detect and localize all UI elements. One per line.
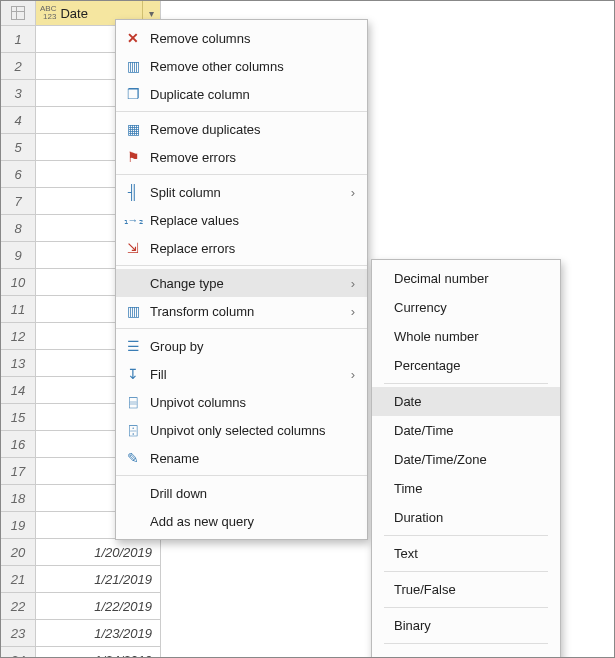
menu-fill[interactable]: Fill› bbox=[116, 360, 367, 388]
submenu-date[interactable]: Date bbox=[372, 387, 560, 416]
chevron-right-icon: › bbox=[351, 304, 355, 319]
row-number-cell[interactable]: 6 bbox=[1, 161, 36, 188]
transform-column-icon bbox=[122, 301, 144, 321]
blank-icon bbox=[122, 273, 144, 293]
row-number-cell[interactable]: 14 bbox=[1, 377, 36, 404]
row-number-cell[interactable]: 21 bbox=[1, 566, 36, 593]
row-number-cell[interactable]: 9 bbox=[1, 242, 36, 269]
row-number-cell[interactable]: 8 bbox=[1, 215, 36, 242]
date-cell[interactable]: 1/21/2019 bbox=[36, 566, 161, 593]
chevron-right-icon: › bbox=[351, 276, 355, 291]
menu-replace-errors[interactable]: Replace errors bbox=[116, 234, 367, 262]
datatype-any-icon: ABC 123 bbox=[40, 5, 56, 21]
menu-unpivot-columns[interactable]: Unpivot columns bbox=[116, 388, 367, 416]
row-number-cell[interactable]: 5 bbox=[1, 134, 36, 161]
row-number-cell[interactable]: 2 bbox=[1, 53, 36, 80]
menu-separator bbox=[384, 535, 548, 536]
menu-add-as-new-query[interactable]: Add as new query bbox=[116, 507, 367, 535]
column-context-menu: Remove columns Remove other columns Dupl… bbox=[115, 19, 368, 540]
menu-remove-columns[interactable]: Remove columns bbox=[116, 24, 367, 52]
row-number-cell[interactable]: 12 bbox=[1, 323, 36, 350]
menu-change-type[interactable]: Change type› bbox=[116, 269, 367, 297]
row-number-cell[interactable]: 24 bbox=[1, 647, 36, 658]
row-number-cell[interactable]: 18 bbox=[1, 485, 36, 512]
menu-separator bbox=[384, 571, 548, 572]
row-number-cell[interactable]: 10 bbox=[1, 269, 36, 296]
row-number-cell[interactable]: 11 bbox=[1, 296, 36, 323]
group-by-icon bbox=[122, 336, 144, 356]
remove-errors-icon bbox=[122, 147, 144, 167]
menu-drill-down[interactable]: Drill down bbox=[116, 479, 367, 507]
submenu-percentage[interactable]: Percentage bbox=[372, 351, 560, 380]
menu-transform-column[interactable]: Transform column› bbox=[116, 297, 367, 325]
submenu-true-false[interactable]: True/False bbox=[372, 575, 560, 604]
menu-remove-other-columns[interactable]: Remove other columns bbox=[116, 52, 367, 80]
fill-icon bbox=[122, 364, 144, 384]
menu-separator bbox=[116, 265, 367, 266]
row-number-cell[interactable]: 15 bbox=[1, 404, 36, 431]
remove-columns-icon bbox=[122, 28, 144, 48]
submenu-text[interactable]: Text bbox=[372, 539, 560, 568]
menu-replace-values[interactable]: Replace values bbox=[116, 206, 367, 234]
menu-separator bbox=[116, 174, 367, 175]
submenu-decimal-number[interactable]: Decimal number bbox=[372, 264, 560, 293]
row-number-cell[interactable]: 13 bbox=[1, 350, 36, 377]
row-number-cell[interactable]: 22 bbox=[1, 593, 36, 620]
menu-group-by[interactable]: Group by bbox=[116, 332, 367, 360]
menu-split-column[interactable]: Split column› bbox=[116, 178, 367, 206]
replace-values-icon bbox=[122, 210, 144, 230]
submenu-date-time[interactable]: Date/Time bbox=[372, 416, 560, 445]
menu-separator bbox=[116, 111, 367, 112]
date-cell[interactable]: 1/22/2019 bbox=[36, 593, 161, 620]
chevron-right-icon: › bbox=[351, 367, 355, 382]
menu-separator bbox=[116, 475, 367, 476]
row-number-cell[interactable]: 1 bbox=[1, 26, 36, 53]
menu-separator bbox=[384, 643, 548, 644]
blank-icon bbox=[122, 483, 144, 503]
menu-remove-duplicates[interactable]: Remove duplicates bbox=[116, 115, 367, 143]
split-column-icon bbox=[122, 182, 144, 202]
date-cell[interactable]: 1/23/2019 bbox=[36, 620, 161, 647]
table-icon bbox=[11, 6, 25, 20]
row-number-cell[interactable]: 19 bbox=[1, 512, 36, 539]
submenu-whole-number[interactable]: Whole number bbox=[372, 322, 560, 351]
row-number-cell[interactable]: 4 bbox=[1, 107, 36, 134]
row-number-cell[interactable]: 20 bbox=[1, 539, 36, 566]
replace-errors-icon bbox=[122, 238, 144, 258]
menu-unpivot-only-selected[interactable]: Unpivot only selected columns bbox=[116, 416, 367, 444]
date-cell[interactable]: 1/20/2019 bbox=[36, 539, 161, 566]
menu-remove-errors[interactable]: Remove errors bbox=[116, 143, 367, 171]
submenu-using-locale[interactable]: Using locale… bbox=[372, 647, 560, 658]
unpivot-columns-icon bbox=[122, 392, 144, 412]
remove-duplicates-icon bbox=[122, 119, 144, 139]
row-number-cell[interactable]: 3 bbox=[1, 80, 36, 107]
row-number-cell[interactable]: 17 bbox=[1, 458, 36, 485]
unpivot-selected-icon bbox=[122, 420, 144, 440]
row-number-cell[interactable]: 23 bbox=[1, 620, 36, 647]
date-cell[interactable]: 1/24/2019 bbox=[36, 647, 161, 658]
row-number-cell[interactable]: 16 bbox=[1, 431, 36, 458]
blank-icon bbox=[122, 511, 144, 531]
column-header-label: Date bbox=[60, 1, 87, 26]
menu-rename[interactable]: Rename bbox=[116, 444, 367, 472]
select-all-cell[interactable] bbox=[1, 1, 36, 26]
submenu-binary[interactable]: Binary bbox=[372, 611, 560, 640]
menu-separator bbox=[384, 383, 548, 384]
submenu-duration[interactable]: Duration bbox=[372, 503, 560, 532]
row-number-cell[interactable]: 7 bbox=[1, 188, 36, 215]
submenu-date-time-zone[interactable]: Date/Time/Zone bbox=[372, 445, 560, 474]
chevron-right-icon: › bbox=[351, 185, 355, 200]
menu-duplicate-column[interactable]: Duplicate column bbox=[116, 80, 367, 108]
rename-icon bbox=[122, 448, 144, 468]
duplicate-column-icon bbox=[122, 84, 144, 104]
menu-separator bbox=[116, 328, 367, 329]
remove-other-columns-icon bbox=[122, 56, 144, 76]
submenu-time[interactable]: Time bbox=[372, 474, 560, 503]
menu-separator bbox=[384, 607, 548, 608]
submenu-currency[interactable]: Currency bbox=[372, 293, 560, 322]
change-type-submenu: Decimal number Currency Whole number Per… bbox=[371, 259, 561, 658]
